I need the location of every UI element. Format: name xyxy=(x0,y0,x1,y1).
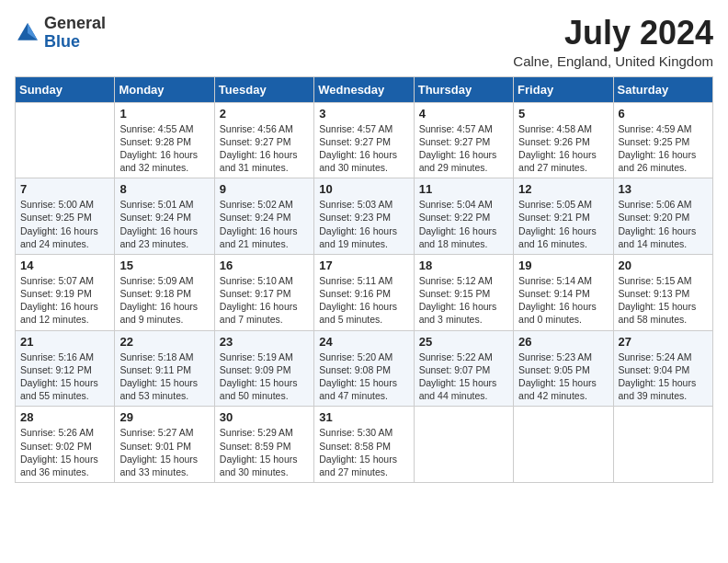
day-info: Sunrise: 5:27 AM Sunset: 9:01 PM Dayligh… xyxy=(119,426,209,478)
calendar-cell: 31Sunrise: 5:30 AM Sunset: 8:58 PM Dayli… xyxy=(314,407,414,483)
day-number: 16 xyxy=(220,259,309,272)
calendar-cell: 25Sunrise: 5:22 AM Sunset: 9:07 PM Dayli… xyxy=(414,330,513,407)
day-number: 11 xyxy=(419,182,508,196)
calendar-cell: 4Sunrise: 4:57 AM Sunset: 9:27 PM Daylig… xyxy=(414,102,513,178)
day-info: Sunrise: 5:04 AM Sunset: 9:22 PM Dayligh… xyxy=(419,198,508,250)
calendar-cell: 2Sunrise: 4:56 AM Sunset: 9:27 PM Daylig… xyxy=(214,102,313,178)
calendar-cell: 3Sunrise: 4:57 AM Sunset: 9:27 PM Daylig… xyxy=(314,102,414,178)
day-info: Sunrise: 4:57 AM Sunset: 9:27 PM Dayligh… xyxy=(419,122,508,175)
day-info: Sunrise: 4:59 AM Sunset: 9:25 PM Dayligh… xyxy=(619,122,708,175)
day-info: Sunrise: 5:23 AM Sunset: 9:05 PM Dayligh… xyxy=(518,350,608,403)
day-number: 24 xyxy=(319,335,408,349)
weekday-header: Thursday xyxy=(414,76,513,102)
day-number: 8 xyxy=(119,182,209,196)
weekday-header: Sunday xyxy=(16,76,115,102)
calendar-cell: 7Sunrise: 5:00 AM Sunset: 9:25 PM Daylig… xyxy=(16,178,115,255)
calendar-cell: 13Sunrise: 5:06 AM Sunset: 9:20 PM Dayli… xyxy=(613,178,712,255)
day-number: 28 xyxy=(20,410,109,424)
day-number: 3 xyxy=(319,107,408,121)
day-number: 29 xyxy=(119,410,209,424)
calendar-cell: 8Sunrise: 5:01 AM Sunset: 9:24 PM Daylig… xyxy=(115,178,214,255)
day-number: 14 xyxy=(20,259,109,272)
day-number: 6 xyxy=(619,107,708,121)
day-number: 5 xyxy=(518,107,608,121)
day-number: 17 xyxy=(319,259,408,272)
calendar-cell: 27Sunrise: 5:24 AM Sunset: 9:04 PM Dayli… xyxy=(613,330,712,407)
day-number: 7 xyxy=(20,182,109,196)
day-number: 26 xyxy=(518,335,608,349)
calendar-cell: 16Sunrise: 5:10 AM Sunset: 9:17 PM Dayli… xyxy=(214,254,313,330)
day-info: Sunrise: 5:19 AM Sunset: 9:09 PM Dayligh… xyxy=(220,350,309,403)
calendar-cell: 24Sunrise: 5:20 AM Sunset: 9:08 PM Dayli… xyxy=(314,330,414,407)
calendar-cell: 17Sunrise: 5:11 AM Sunset: 9:16 PM Dayli… xyxy=(314,254,414,330)
calendar-cell: 30Sunrise: 5:29 AM Sunset: 8:59 PM Dayli… xyxy=(214,407,313,483)
day-number: 19 xyxy=(518,259,608,272)
calendar-cell xyxy=(613,407,712,483)
calendar-cell: 12Sunrise: 5:05 AM Sunset: 9:21 PM Dayli… xyxy=(514,178,613,255)
day-number: 1 xyxy=(119,107,209,121)
calendar-cell: 1Sunrise: 4:55 AM Sunset: 9:28 PM Daylig… xyxy=(115,102,214,178)
calendar-cell: 5Sunrise: 4:58 AM Sunset: 9:26 PM Daylig… xyxy=(514,102,613,178)
day-info: Sunrise: 5:18 AM Sunset: 9:11 PM Dayligh… xyxy=(119,350,209,403)
title-block: July 2024 Calne, England, United Kingdom xyxy=(513,15,713,69)
day-info: Sunrise: 5:29 AM Sunset: 8:59 PM Dayligh… xyxy=(220,426,309,478)
day-info: Sunrise: 5:15 AM Sunset: 9:13 PM Dayligh… xyxy=(619,274,708,327)
day-number: 25 xyxy=(419,335,508,349)
calendar-cell: 21Sunrise: 5:16 AM Sunset: 9:12 PM Dayli… xyxy=(16,330,115,407)
calendar-cell: 9Sunrise: 5:02 AM Sunset: 9:24 PM Daylig… xyxy=(214,178,313,255)
day-number: 9 xyxy=(220,182,309,196)
day-info: Sunrise: 5:14 AM Sunset: 9:14 PM Dayligh… xyxy=(518,274,608,327)
day-number: 23 xyxy=(220,335,309,349)
day-number: 20 xyxy=(619,259,708,272)
weekday-header: Tuesday xyxy=(214,76,313,102)
calendar-week-row: 28Sunrise: 5:26 AM Sunset: 9:02 PM Dayli… xyxy=(16,407,713,483)
logo-blue-text: Blue xyxy=(44,32,80,51)
day-info: Sunrise: 5:16 AM Sunset: 9:12 PM Dayligh… xyxy=(20,350,109,403)
calendar-cell: 14Sunrise: 5:07 AM Sunset: 9:19 PM Dayli… xyxy=(16,254,115,330)
location-text: Calne, England, United Kingdom xyxy=(513,53,713,69)
day-info: Sunrise: 4:56 AM Sunset: 9:27 PM Dayligh… xyxy=(220,122,309,175)
calendar-cell: 6Sunrise: 4:59 AM Sunset: 9:25 PM Daylig… xyxy=(613,102,712,178)
calendar-cell: 23Sunrise: 5:19 AM Sunset: 9:09 PM Dayli… xyxy=(214,330,313,407)
calendar-cell: 18Sunrise: 5:12 AM Sunset: 9:15 PM Dayli… xyxy=(414,254,513,330)
weekday-header: Friday xyxy=(514,76,613,102)
calendar-cell: 28Sunrise: 5:26 AM Sunset: 9:02 PM Dayli… xyxy=(16,407,115,483)
calendar-cell: 29Sunrise: 5:27 AM Sunset: 9:01 PM Dayli… xyxy=(115,407,214,483)
day-info: Sunrise: 5:11 AM Sunset: 9:16 PM Dayligh… xyxy=(319,274,408,327)
day-info: Sunrise: 5:12 AM Sunset: 9:15 PM Dayligh… xyxy=(419,274,508,327)
calendar-cell: 22Sunrise: 5:18 AM Sunset: 9:11 PM Dayli… xyxy=(115,330,214,407)
weekday-header: Saturday xyxy=(613,76,712,102)
day-info: Sunrise: 4:55 AM Sunset: 9:28 PM Dayligh… xyxy=(119,122,209,175)
calendar-week-row: 21Sunrise: 5:16 AM Sunset: 9:12 PM Dayli… xyxy=(16,330,713,407)
calendar-cell xyxy=(16,102,115,178)
day-number: 21 xyxy=(20,335,109,349)
calendar-cell: 19Sunrise: 5:14 AM Sunset: 9:14 PM Dayli… xyxy=(514,254,613,330)
page-header: General Blue July 2024 Calne, England, U… xyxy=(15,15,713,69)
day-info: Sunrise: 5:00 AM Sunset: 9:25 PM Dayligh… xyxy=(20,198,109,250)
day-number: 27 xyxy=(619,335,708,349)
day-info: Sunrise: 5:10 AM Sunset: 9:17 PM Dayligh… xyxy=(220,274,309,327)
day-number: 13 xyxy=(619,182,708,196)
calendar-cell: 11Sunrise: 5:04 AM Sunset: 9:22 PM Dayli… xyxy=(414,178,513,255)
calendar-cell: 26Sunrise: 5:23 AM Sunset: 9:05 PM Dayli… xyxy=(514,330,613,407)
weekday-header-row: SundayMondayTuesdayWednesdayThursdayFrid… xyxy=(16,76,713,102)
calendar-cell: 15Sunrise: 5:09 AM Sunset: 9:18 PM Dayli… xyxy=(115,254,214,330)
calendar-week-row: 14Sunrise: 5:07 AM Sunset: 9:19 PM Dayli… xyxy=(16,254,713,330)
day-info: Sunrise: 5:20 AM Sunset: 9:08 PM Dayligh… xyxy=(319,350,408,403)
day-info: Sunrise: 5:07 AM Sunset: 9:19 PM Dayligh… xyxy=(20,274,109,327)
day-number: 12 xyxy=(518,182,608,196)
weekday-header: Wednesday xyxy=(314,76,414,102)
logo-general-text: General xyxy=(44,14,106,32)
weekday-header: Monday xyxy=(115,76,214,102)
day-info: Sunrise: 5:22 AM Sunset: 9:07 PM Dayligh… xyxy=(419,350,508,403)
day-info: Sunrise: 5:26 AM Sunset: 9:02 PM Dayligh… xyxy=(20,426,109,478)
day-number: 10 xyxy=(319,182,408,196)
month-title: July 2024 xyxy=(513,15,713,52)
day-info: Sunrise: 5:02 AM Sunset: 9:24 PM Dayligh… xyxy=(220,198,309,250)
logo: General Blue xyxy=(15,15,106,52)
day-info: Sunrise: 5:24 AM Sunset: 9:04 PM Dayligh… xyxy=(619,350,708,403)
calendar-week-row: 1Sunrise: 4:55 AM Sunset: 9:28 PM Daylig… xyxy=(16,102,713,178)
day-number: 2 xyxy=(220,107,309,121)
day-number: 4 xyxy=(419,107,508,121)
calendar-week-row: 7Sunrise: 5:00 AM Sunset: 9:25 PM Daylig… xyxy=(16,178,713,255)
